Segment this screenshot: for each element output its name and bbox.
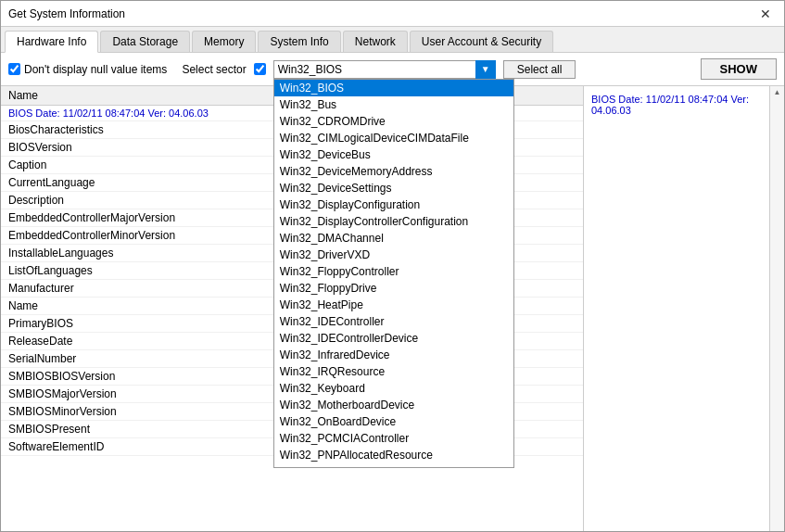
dropdown-item-19[interactable]: Win32_MotherboardDevice — [274, 397, 513, 413]
right-info-panel: BIOS Date: 11/02/11 08:47:04 Ver: 04.06.… — [584, 86, 769, 531]
dropdown-item-10[interactable]: Win32_DriverVXD — [274, 247, 513, 263]
scroll-up-icon: ▲ — [774, 88, 781, 96]
dropdown-item-23[interactable]: Win32_PnPDevice — [274, 463, 513, 468]
dropdown-item-11[interactable]: Win32_FloppyController — [274, 263, 513, 280]
dropdown-item-6[interactable]: Win32_DeviceSettings — [274, 180, 513, 196]
right-bios-info: BIOS Date: 11/02/11 08:47:04 Ver: 04.06.… — [588, 90, 766, 120]
dropdown-item-8[interactable]: Win32_DisplayControllerConfiguration — [274, 213, 513, 230]
sector-checkbox[interactable] — [254, 63, 266, 75]
tab-hardware[interactable]: Hardware Info — [5, 31, 98, 53]
main-window: Get System Information ✕ Hardware Info D… — [0, 0, 785, 532]
tab-memory[interactable]: Memory — [192, 31, 256, 52]
dropdown-item-16[interactable]: Win32_InfraredDevice — [274, 347, 513, 363]
dropdown-item-21[interactable]: Win32_PCMCIAController — [274, 430, 513, 447]
dropdown-list: Win32_BIOS Win32_Bus Win32_CDROMDrive Wi… — [273, 79, 514, 468]
dropdown-item-7[interactable]: Win32_DisplayConfiguration — [274, 196, 513, 213]
window-title: Get System Information — [8, 7, 125, 20]
right-scrollbar[interactable]: ▲ — [769, 86, 784, 531]
tab-datastorage[interactable]: Data Storage — [100, 31, 190, 52]
dropdown-item-18[interactable]: Win32_Keyboard — [274, 380, 513, 397]
tab-network[interactable]: Network — [343, 31, 408, 52]
dropdown-item-5[interactable]: Win32_DeviceMemoryAddress — [274, 163, 513, 180]
show-button[interactable]: SHOW — [701, 58, 777, 80]
toolbar: Don't display null value items Select se… — [1, 53, 784, 86]
dropdown-item-20[interactable]: Win32_OnBoardDevice — [274, 413, 513, 430]
close-button[interactable]: ✕ — [754, 6, 777, 22]
null-value-checkbox[interactable] — [8, 63, 20, 75]
dropdown-item-2[interactable]: Win32_CDROMDrive — [274, 113, 513, 130]
dropdown-item-12[interactable]: Win32_FloppyDrive — [274, 280, 513, 297]
null-value-label: Don't display null value items — [24, 63, 167, 76]
dropdown-item-13[interactable]: Win32_HeatPipe — [274, 297, 513, 313]
dropdown-item-3[interactable]: Win32_CIMLogicalDeviceCIMDataFile — [274, 130, 513, 146]
dropdown-item-1[interactable]: Win32_Bus — [274, 96, 513, 113]
dropdown-item-22[interactable]: Win32_PNPAllocatedResource — [274, 447, 513, 463]
dropdown-item-15[interactable]: Win32_IDEControllerDevice — [274, 330, 513, 347]
dropdown-item-9[interactable]: Win32_DMAChannel — [274, 230, 513, 247]
title-bar: Get System Information ✕ — [1, 1, 784, 27]
dropdown-arrow-icon[interactable]: ▼ — [475, 60, 496, 79]
dropdown-item-17[interactable]: Win32_IRQResource — [274, 363, 513, 380]
tab-systeminfo[interactable]: System Info — [258, 31, 340, 52]
dropdown-item-4[interactable]: Win32_DeviceBus — [274, 146, 513, 163]
dropdown-item-14[interactable]: Win32_IDEController — [274, 313, 513, 330]
null-value-checkbox-label[interactable]: Don't display null value items — [8, 63, 167, 76]
sector-dropdown-wrapper: ▼ Win32_BIOS Win32_Bus Win32_CDROMDrive … — [273, 60, 496, 79]
sector-label: Select sector — [182, 63, 246, 76]
tab-useraccount[interactable]: User Account & Security — [410, 31, 553, 52]
sector-dropdown-input[interactable] — [273, 60, 496, 79]
select-all-button[interactable]: Select all — [503, 60, 576, 79]
tab-bar: Hardware Info Data Storage Memory System… — [1, 27, 784, 53]
dropdown-item-0[interactable]: Win32_BIOS — [274, 80, 513, 96]
